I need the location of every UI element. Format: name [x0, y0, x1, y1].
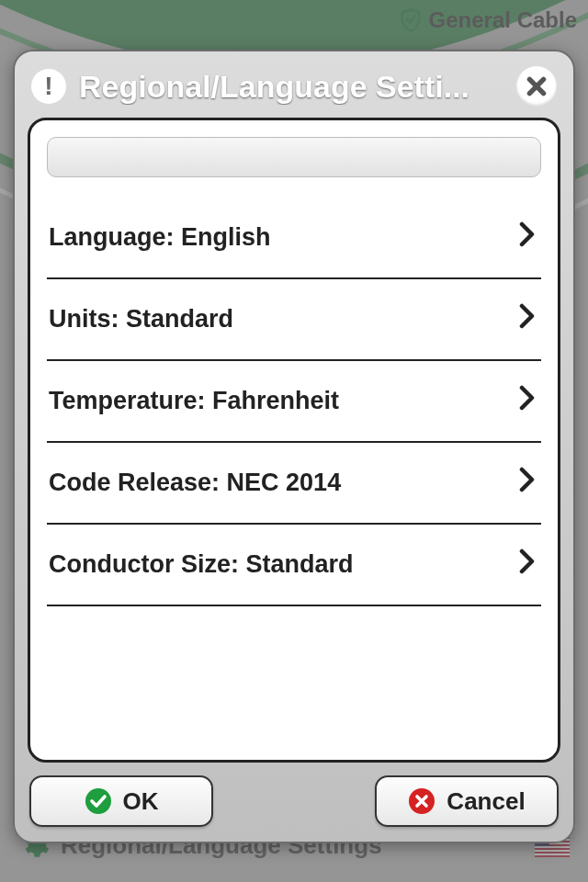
row-label: Code Release: NEC 2014 — [49, 469, 341, 497]
check-circle-icon — [85, 787, 112, 815]
chevron-right-icon — [519, 467, 536, 499]
cancel-button[interactable]: Cancel — [375, 775, 559, 827]
row-label: Language: English — [49, 223, 271, 252]
row-label: Conductor Size: Standard — [49, 550, 354, 579]
row-conductor-size[interactable]: Conductor Size: Standard — [47, 525, 541, 606]
row-code-release[interactable]: Code Release: NEC 2014 — [47, 443, 541, 525]
dialog-body: Language: English Units: Standard Temper… — [28, 118, 560, 763]
chevron-right-icon — [519, 221, 536, 254]
dialog-title: Regional/Language Setti... — [79, 69, 503, 105]
row-label: Units: Standard — [49, 305, 233, 334]
row-units[interactable]: Units: Standard — [47, 279, 541, 361]
close-button[interactable] — [516, 66, 557, 107]
svg-point-11 — [85, 788, 111, 814]
cancel-label: Cancel — [447, 787, 525, 816]
settings-dialog: ! Regional/Language Setti... Language: E… — [13, 50, 575, 843]
x-circle-icon — [408, 787, 435, 815]
ok-button[interactable]: OK — [29, 775, 213, 827]
row-temperature[interactable]: Temperature: Fahrenheit — [47, 361, 541, 443]
row-label: Temperature: Fahrenheit — [49, 387, 339, 415]
alert-icon: ! — [31, 69, 66, 104]
ok-label: OK — [123, 787, 159, 816]
section-header-bar — [47, 137, 541, 177]
row-language[interactable]: Language: English — [47, 198, 541, 279]
close-icon — [525, 74, 548, 98]
dialog-footer: OK Cancel — [28, 763, 560, 829]
chevron-right-icon — [519, 303, 536, 335]
chevron-right-icon — [519, 385, 536, 417]
chevron-right-icon — [519, 548, 536, 581]
dialog-header: ! Regional/Language Setti... — [28, 62, 560, 118]
